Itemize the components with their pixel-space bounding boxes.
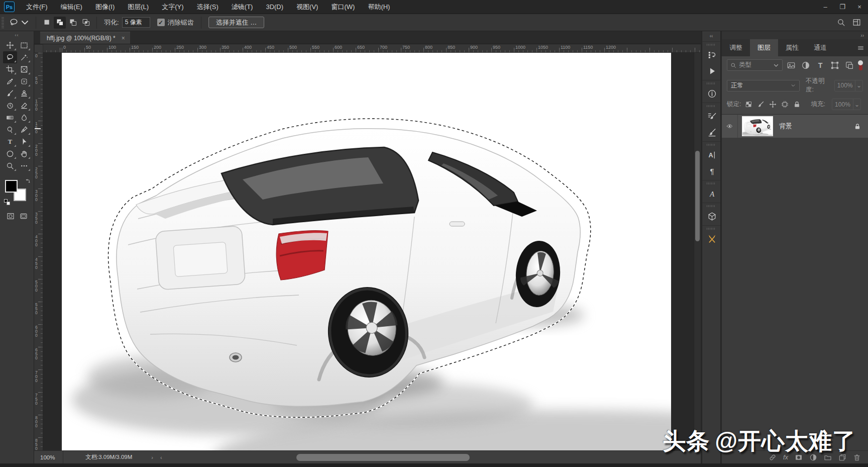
menu-item-6[interactable]: 滤镜(T)	[225, 0, 260, 14]
default-colors-icon[interactable]	[4, 199, 10, 205]
brush-tool[interactable]	[3, 87, 17, 100]
panel-button-threed[interactable]	[702, 208, 721, 224]
menu-item-1[interactable]: 编辑(E)	[54, 0, 89, 14]
panel-button-character[interactable]: A	[702, 147, 721, 163]
adjustment-filter-icon[interactable]	[801, 61, 811, 70]
hand-tool[interactable]	[17, 148, 31, 160]
marquee-tool[interactable]	[17, 39, 31, 51]
panel-button-paragraph[interactable]: ¶	[702, 163, 721, 179]
layer-visibility-toggle[interactable]	[722, 115, 738, 138]
maximize-button[interactable]: ❐	[834, 0, 851, 14]
document-size-status[interactable]: 文档:3.09M/3.09M	[85, 453, 132, 461]
select-and-mask-button[interactable]: 选择并遮住 …	[208, 17, 265, 28]
screen-mode-icon[interactable]	[19, 212, 28, 220]
zoom-level-field[interactable]: 100%	[34, 451, 63, 463]
panel-group-grip[interactable]	[707, 182, 716, 184]
tab-图层[interactable]: 图层	[750, 39, 778, 56]
blur-tool[interactable]	[17, 112, 31, 124]
filter-type-select[interactable]: 类型	[727, 59, 783, 71]
vertical-scrollbar[interactable]	[694, 53, 701, 450]
layer-row-background[interactable]: 背景	[722, 115, 868, 138]
layer-name[interactable]: 背景	[779, 122, 854, 131]
more-tool[interactable]	[17, 160, 31, 172]
subtract-selection-button[interactable]	[67, 17, 79, 29]
move-tool[interactable]	[3, 39, 17, 51]
panel-button-tool-presets[interactable]	[702, 231, 721, 247]
menu-item-10[interactable]: 帮助(H)	[361, 0, 396, 14]
menu-item-7[interactable]: 3D(D)	[259, 0, 290, 14]
panel-button-history[interactable]	[702, 47, 721, 63]
tab-调整[interactable]: 调整	[722, 39, 750, 56]
menu-item-5[interactable]: 选择(S)	[190, 0, 225, 14]
dock-collapse-chevron[interactable]: ››	[722, 31, 868, 39]
ruler-horizontal[interactable]: 0501001502002503003504004505005506006507…	[43, 44, 701, 53]
type-filter-icon[interactable]: T	[815, 61, 825, 70]
tab-close-icon[interactable]: ×	[122, 35, 125, 42]
panel-group-grip[interactable]	[707, 44, 716, 46]
lock-all-icon[interactable]	[793, 101, 801, 108]
panel-group-grip[interactable]	[707, 105, 716, 107]
blend-mode-select[interactable]: 正常	[727, 80, 800, 91]
gradient-tool[interactable]	[3, 112, 17, 124]
add-selection-button[interactable]	[54, 17, 66, 29]
shape-filter-icon[interactable]	[830, 61, 840, 70]
antialias-checkbox[interactable]: ✓	[157, 19, 165, 26]
scroll-left-arrow-icon[interactable]: ‹	[160, 454, 162, 460]
close-button[interactable]: ×	[851, 0, 868, 14]
vertical-scrollbar-thumb[interactable]	[695, 151, 700, 241]
status-expand-icon[interactable]: ›	[151, 454, 153, 460]
tab-属性[interactable]: 属性	[778, 39, 806, 56]
crop-tool[interactable]	[3, 63, 17, 75]
horizontal-scrollbar-thumb[interactable]	[296, 454, 470, 461]
fill-field[interactable]: 100% ⌄	[832, 99, 861, 110]
canvas-viewport[interactable]	[43, 53, 694, 450]
opacity-field[interactable]: 100% ⌄	[834, 80, 863, 91]
menu-item-8[interactable]: 视图(V)	[290, 0, 324, 14]
panel-button-glyphs[interactable]: A	[702, 185, 721, 202]
panel-group-grip[interactable]	[707, 144, 716, 146]
path-select-tool[interactable]	[17, 136, 31, 148]
minimize-button[interactable]: –	[817, 0, 834, 14]
ruler-vertical[interactable]: 0501001502002503003504004505005506006507…	[34, 53, 43, 450]
panel-button-actions[interactable]	[702, 63, 721, 79]
ruler-corner[interactable]	[34, 44, 43, 53]
menu-item-3[interactable]: 图层(L)	[121, 0, 155, 14]
feather-input[interactable]	[122, 17, 150, 28]
pixel-filter-icon[interactable]	[786, 61, 796, 70]
panel-group-grip[interactable]	[707, 82, 716, 84]
tools-collapse-chevron[interactable]: ‹‹	[0, 31, 34, 39]
healing-tool[interactable]	[17, 75, 31, 87]
menu-item-9[interactable]: 窗口(W)	[324, 0, 361, 14]
panel-group-grip[interactable]	[707, 205, 716, 207]
clone-stamp-tool[interactable]	[17, 87, 31, 100]
lock-move-icon[interactable]	[769, 101, 777, 108]
pen-tool[interactable]	[17, 124, 31, 136]
dodge-tool[interactable]	[3, 124, 17, 136]
lock-transparent-icon[interactable]	[745, 101, 752, 108]
document-tab[interactable]: hffj.jpg @ 100%(RGB/8) * ×	[40, 32, 130, 44]
new-selection-button[interactable]	[41, 17, 53, 29]
frame-tool[interactable]	[17, 63, 31, 75]
type-tool[interactable]: T	[3, 136, 17, 148]
foreground-color-chip[interactable]	[5, 180, 18, 193]
layer-thumbnail[interactable]	[742, 116, 773, 136]
current-tool-button[interactable]	[7, 18, 32, 27]
panel-menu-icon[interactable]	[853, 39, 868, 56]
panel-group-grip[interactable]	[707, 228, 716, 230]
menu-item-2[interactable]: 图像(I)	[89, 0, 121, 14]
intersect-selection-button[interactable]	[80, 17, 92, 29]
menu-item-0[interactable]: 文件(F)	[20, 0, 54, 14]
ps-logo-icon[interactable]: Ps	[4, 2, 15, 12]
panel-button-brushes[interactable]	[702, 124, 721, 140]
lasso-tool[interactable]	[3, 51, 17, 63]
quick-mask-icon[interactable]	[6, 212, 15, 220]
canvas-document[interactable]	[62, 53, 671, 450]
smartobject-filter-icon[interactable]	[844, 61, 854, 70]
eyedropper-tool[interactable]	[3, 75, 17, 87]
menu-item-4[interactable]: 文字(Y)	[155, 0, 190, 14]
shape-tool[interactable]	[3, 148, 17, 160]
zoom-tool[interactable]	[3, 160, 17, 172]
eraser-tool[interactable]	[17, 100, 31, 112]
search-icon[interactable]	[837, 18, 845, 27]
history-brush-tool[interactable]	[3, 100, 17, 112]
